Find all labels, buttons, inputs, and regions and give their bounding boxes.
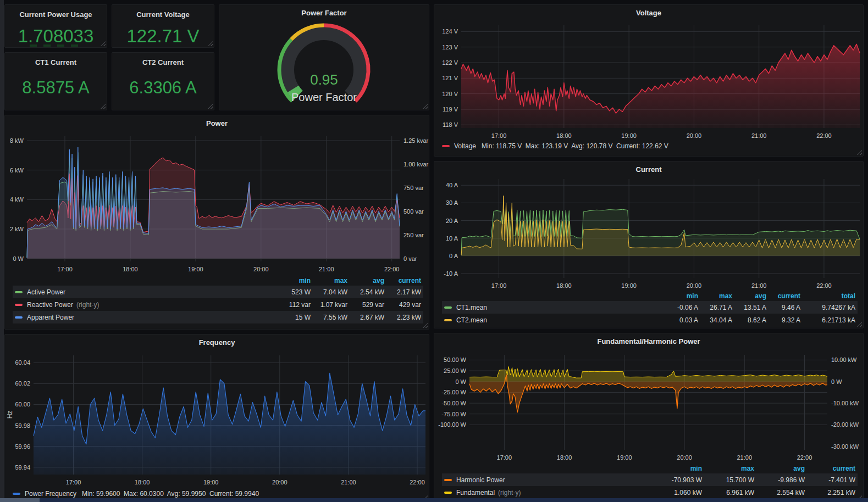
legend-row: CT2.mean0.03 A34.04 A8.62 A9.32 A6.21713… bbox=[442, 314, 858, 326]
legend-series-name[interactable]: Apparent Power bbox=[15, 314, 274, 321]
horizontal-scrollbar-thumb[interactable] bbox=[0, 498, 40, 502]
right-y-axis-tick: 250 var bbox=[403, 232, 429, 238]
legend-sort-header-current[interactable]: current bbox=[805, 465, 855, 472]
y-axis-tick: 120 V bbox=[434, 91, 458, 97]
frequency-legend: Power FrequencyMin: 59.9600 Max: 60.0300… bbox=[13, 490, 259, 498]
legend-series-name[interactable]: CT1.mean bbox=[444, 304, 664, 311]
legend-sort-header-max[interactable]: max bbox=[702, 465, 754, 472]
legend-series-name[interactable]: Reactive Power(right-y) bbox=[15, 301, 274, 309]
x-axis-tick: 19:00 bbox=[612, 132, 645, 139]
stat-value: 6.3306 A bbox=[112, 78, 214, 98]
power-legend-table: minmaxavgcurrentActive Power523 W7.04 kW… bbox=[13, 276, 423, 323]
legend-sort-header-current[interactable]: current bbox=[384, 277, 421, 285]
right-y-axis-tick: 0 W bbox=[831, 378, 864, 385]
x-axis-tick: 18:00 bbox=[548, 454, 581, 461]
legend-stat-value: 112 var bbox=[274, 301, 311, 309]
legend-row: Harmonic Power-70.903 W15.700 W-9.986 W-… bbox=[442, 473, 858, 486]
panel-resize-handle[interactable] bbox=[208, 104, 213, 109]
y-axis-tick: -25.00 W bbox=[434, 389, 466, 395]
stat-title[interactable]: Current Power Usage bbox=[5, 10, 107, 19]
legend-stat-value: 26.71 A bbox=[698, 304, 732, 311]
panel-title-frequency[interactable]: Frequency bbox=[5, 338, 429, 347]
legend-series-name[interactable]: CT2.mean bbox=[444, 316, 664, 324]
y-axis-tick: -75.00 W bbox=[434, 411, 466, 417]
x-axis-tick: 18:00 bbox=[548, 282, 580, 289]
legend-series-swatch bbox=[15, 316, 23, 319]
fundamental-harmonic-chart-panel: Fundamental/Harmonic Power 50.00 W25.00 … bbox=[434, 333, 864, 502]
legend-stat-value: 2.54 kW bbox=[347, 288, 384, 296]
panel-title-voltage[interactable]: Voltage bbox=[434, 9, 863, 17]
x-axis-tick: 22:00 bbox=[808, 132, 841, 139]
legend-sort-header-min[interactable]: min bbox=[650, 465, 702, 472]
legend-series-name[interactable]: Voltage bbox=[454, 142, 476, 150]
y-axis-unit-label: Hz bbox=[6, 410, 14, 419]
y-axis-tick: 59.98 bbox=[5, 422, 30, 429]
clipped-sparkline bbox=[30, 44, 82, 47]
legend-row: Fundamental(right-y)1.060 kW6.961 kW2.55… bbox=[442, 486, 858, 499]
stat-panel-ct2-current: CT2 Current 6.3306 A bbox=[112, 52, 214, 110]
stat-value: 8.5875 A bbox=[5, 78, 107, 98]
voltage-chart[interactable]: 118 V119 V120 V121 V122 V123 V124 V17:00… bbox=[434, 5, 863, 156]
panel-title-current[interactable]: Current bbox=[434, 165, 863, 174]
y-axis-tick: 40 A bbox=[434, 182, 458, 188]
legend-series-name[interactable]: Fundamental(right-y) bbox=[444, 489, 650, 497]
legend-stat-value: -70.903 W bbox=[650, 476, 702, 484]
right-y-axis-tick: 1.00 kvar bbox=[403, 161, 429, 168]
x-axis-tick: 17:00 bbox=[483, 282, 516, 289]
legend-sort-header-avg[interactable]: avg bbox=[732, 292, 766, 300]
legend-series-swatch bbox=[444, 306, 452, 309]
y-axis-tick: 124 V bbox=[434, 28, 458, 35]
stat-title[interactable]: CT1 Current bbox=[5, 58, 107, 66]
panel-resize-handle[interactable] bbox=[101, 104, 106, 109]
legend-sort-header-avg[interactable]: avg bbox=[754, 465, 805, 472]
y-axis-tick: 60.00 bbox=[5, 401, 30, 408]
legend-sort-header-avg[interactable]: avg bbox=[347, 277, 384, 285]
x-axis-tick: 20:00 bbox=[677, 282, 710, 289]
legend-sort-header-max[interactable]: max bbox=[698, 292, 732, 300]
power-factor-gauge-panel: Power Factor 0.95 Power Factor bbox=[219, 4, 429, 110]
right-y-axis-tick: 1.25 kvar bbox=[403, 137, 429, 144]
panel-title-power-factor[interactable]: Power Factor bbox=[219, 9, 429, 17]
stat-value: 122.71 V bbox=[112, 26, 214, 47]
legend-sort-header-max[interactable]: max bbox=[311, 277, 347, 285]
legend-stat-value: 6.21713 kA bbox=[800, 316, 855, 324]
legend-header-row: minmaxavgcurrent bbox=[442, 464, 858, 473]
legend-sort-header-current[interactable]: current bbox=[766, 292, 800, 300]
legend-stat-value: 7.55 kW bbox=[311, 314, 347, 321]
legend-series-swatch bbox=[444, 319, 452, 321]
y-axis-tick: 30 A bbox=[434, 199, 458, 206]
x-axis-tick: 21:00 bbox=[743, 282, 776, 289]
legend-row: Active Power523 W7.04 kW2.54 kW2.17 kW bbox=[13, 286, 423, 298]
legend-stat-value: 529 var bbox=[347, 301, 384, 309]
legend-stat-value: -7.401 W bbox=[805, 476, 855, 484]
legend-stat-value: 1.060 kW bbox=[650, 489, 702, 497]
y-axis-tick: -10 A bbox=[434, 270, 458, 277]
x-axis-tick: 22:00 bbox=[375, 266, 408, 272]
panel-title-power[interactable]: Power bbox=[5, 119, 429, 127]
legend-stat-value: 1.07 kvar bbox=[311, 301, 347, 309]
y-axis-tick: 2 kW bbox=[5, 226, 24, 232]
legend-sort-header-total[interactable]: total bbox=[800, 292, 855, 300]
stat-title[interactable]: CT2 Current bbox=[112, 58, 214, 66]
voltage-legend: VoltageMin: 118.75 V Max: 123.19 V Avg: … bbox=[442, 142, 668, 150]
legend-series-name[interactable]: Harmonic Power bbox=[444, 476, 650, 484]
panel-title-fundamental-harmonic[interactable]: Fundamental/Harmonic Power bbox=[434, 337, 863, 345]
legend-stat-value: 523 W bbox=[274, 288, 311, 296]
frequency-chart[interactable]: 59.9459.9659.9860.0060.0260.0417:0018:00… bbox=[5, 334, 429, 501]
legend-stat-value: 13.51 A bbox=[732, 304, 766, 311]
y-axis-tick: 123 V bbox=[434, 44, 458, 51]
legend-series-name[interactable]: Power Frequency bbox=[25, 490, 76, 498]
horizontal-scrollbar-track[interactable] bbox=[0, 498, 868, 502]
stat-panel-current-power-usage: Current Power Usage 1.708033 bbox=[4, 4, 107, 48]
legend-sort-header-min[interactable]: min bbox=[274, 277, 311, 285]
right-y-axis-tick: 0 var bbox=[403, 255, 429, 262]
y-axis-tick: 122 V bbox=[434, 59, 458, 66]
x-axis-tick: 20:00 bbox=[668, 454, 701, 461]
legend-sort-header-min[interactable]: min bbox=[664, 292, 698, 300]
stat-title[interactable]: Current Voltage bbox=[112, 10, 214, 19]
legend-series-name[interactable]: Active Power bbox=[15, 288, 274, 296]
y-axis-tick: 59.96 bbox=[5, 443, 30, 450]
y-axis-tick: -50.00 W bbox=[434, 400, 466, 406]
window-left-edge bbox=[0, 0, 4, 502]
right-y-axis-tick: 500 var bbox=[403, 208, 429, 215]
